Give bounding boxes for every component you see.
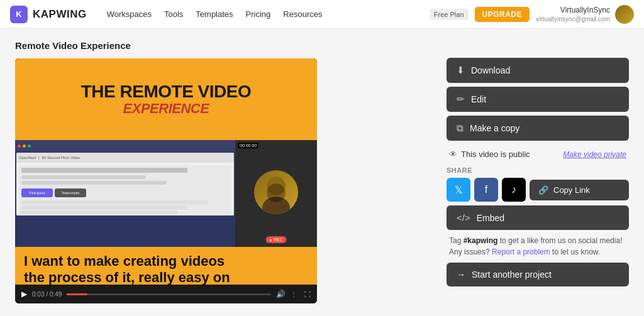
eye-icon: 👁 bbox=[449, 150, 457, 159]
edit-icon: ✏ bbox=[457, 94, 465, 105]
volume-icon[interactable]: 🔊 bbox=[276, 290, 286, 298]
copy-link-label: Copy Link bbox=[553, 185, 590, 195]
progress-fill bbox=[67, 293, 87, 295]
visibility-row: 👁 This video is public Make video privat… bbox=[447, 144, 629, 164]
nav-templates[interactable]: Templates bbox=[196, 9, 233, 19]
make-copy-button[interactable]: ⧉ Make a copy bbox=[447, 116, 629, 141]
download-button[interactable]: ⬇ Download bbox=[447, 58, 629, 83]
progress-bar[interactable] bbox=[67, 293, 271, 295]
edit-label: Edit bbox=[471, 94, 486, 104]
tiktok-icon: ♪ bbox=[511, 184, 516, 195]
nav-links: Workspaces Tools Templates Pricing Resou… bbox=[107, 9, 323, 19]
make-copy-label: Make a copy bbox=[470, 123, 519, 133]
main-content: Remote Video Experience THE REMOTE VIDEO… bbox=[0, 29, 644, 315]
facebook-button[interactable]: f bbox=[474, 178, 498, 202]
edit-button[interactable]: ✏ Edit bbox=[447, 87, 629, 112]
avatar bbox=[615, 5, 634, 24]
facebook-icon: f bbox=[485, 184, 487, 195]
nav-logo[interactable]: K KAPWING bbox=[10, 6, 87, 23]
nav-tools[interactable]: Tools bbox=[164, 9, 183, 19]
svg-point-0 bbox=[267, 177, 286, 195]
tag-suffix: to let us know. bbox=[550, 248, 600, 256]
visibility-text: This video is public bbox=[461, 150, 530, 159]
twitter-button[interactable]: 𝕏 bbox=[447, 178, 470, 202]
caption-line1: I want to make creating videos bbox=[24, 253, 225, 269]
video-controls: ▶ 0:03 / 0:49 🔊 ⋮ ⛶ bbox=[15, 285, 317, 303]
video-title-line1: THE REMOTE VIDEO bbox=[81, 82, 251, 102]
video-player: THE REMOTE VIDEO Experience bbox=[15, 58, 317, 303]
link-icon: 🔗 bbox=[538, 185, 548, 195]
play-button[interactable]: ▶ bbox=[21, 290, 27, 298]
caption-line2: the process of it, really easy on bbox=[24, 270, 230, 285]
embed-label: Embed bbox=[477, 213, 504, 223]
nav-right: Free Plan UPGRADE VirtuallyInSync virtua… bbox=[430, 5, 634, 24]
video-time: 0:03 / 0:49 bbox=[32, 291, 62, 298]
nav-workspaces[interactable]: Workspaces bbox=[107, 9, 152, 19]
record-button: ● REC bbox=[266, 236, 287, 243]
tag-prefix: Tag bbox=[449, 236, 464, 245]
video-person: 00:00:00 ● REC bbox=[235, 140, 317, 247]
make-private-link[interactable]: Make video private bbox=[563, 150, 626, 159]
user-name: VirtuallyInSync bbox=[536, 6, 610, 16]
embed-button[interactable]: </> Embed bbox=[447, 205, 629, 230]
page-title: Remote Video Experience bbox=[15, 40, 429, 51]
tiktok-button[interactable]: ♪ bbox=[502, 178, 526, 202]
more-options-icon[interactable]: ⋮ bbox=[291, 291, 297, 298]
user-info[interactable]: VirtuallyInSync virtuallyinsync@gmail.co… bbox=[536, 5, 634, 24]
nav-resources[interactable]: Resources bbox=[283, 9, 322, 19]
report-problem-link[interactable]: Report a problem bbox=[492, 248, 550, 256]
tag-hashtag: #kapwing bbox=[464, 236, 498, 245]
right-panel: ⬇ Download ✏ Edit ⧉ Make a copy 👁 This v… bbox=[447, 40, 629, 303]
embed-icon: </> bbox=[457, 212, 470, 223]
share-row: 𝕏 f ♪ 🔗 Copy Link bbox=[447, 178, 629, 202]
download-icon: ⬇ bbox=[457, 65, 465, 76]
screen-recording: OpenReel|60 Second Pitch Video bbox=[15, 140, 235, 247]
svg-point-1 bbox=[262, 197, 290, 214]
logo-icon: K bbox=[10, 6, 28, 23]
video-middle-section: OpenReel|60 Second Pitch Video bbox=[15, 140, 317, 247]
arrow-right-icon: → bbox=[457, 270, 465, 280]
user-email: virtuallyinsync@gmail.com bbox=[536, 16, 610, 23]
copy-icon: ⧉ bbox=[457, 123, 464, 134]
upgrade-button[interactable]: UPGRADE bbox=[475, 7, 530, 22]
person-face bbox=[254, 170, 298, 214]
start-project-label: Start another project bbox=[472, 270, 552, 280]
fullscreen-icon[interactable]: ⛶ bbox=[304, 291, 311, 298]
visibility-left: 👁 This video is public bbox=[449, 150, 530, 159]
twitter-icon: 𝕏 bbox=[455, 184, 463, 196]
share-label: SHARE bbox=[447, 166, 629, 174]
video-thumbnail: THE REMOTE VIDEO Experience bbox=[15, 58, 317, 285]
video-top-section: THE REMOTE VIDEO Experience bbox=[15, 58, 317, 140]
copy-link-button[interactable]: 🔗 Copy Link bbox=[530, 180, 629, 200]
logo-text: KAPWING bbox=[33, 8, 87, 21]
left-panel: Remote Video Experience THE REMOTE VIDEO… bbox=[15, 40, 429, 303]
video-title-line2: Experience bbox=[81, 101, 251, 116]
video-timer: 00:00:00 bbox=[238, 143, 258, 148]
free-plan-badge: Free Plan bbox=[430, 9, 469, 20]
start-project-button[interactable]: → Start another project bbox=[447, 263, 629, 286]
download-label: Download bbox=[471, 65, 510, 75]
tag-text: Tag #kapwing to get a like from us on so… bbox=[449, 235, 626, 258]
video-caption: I want to make creating videos the proce… bbox=[15, 247, 317, 285]
nav-pricing[interactable]: Pricing bbox=[246, 9, 271, 19]
